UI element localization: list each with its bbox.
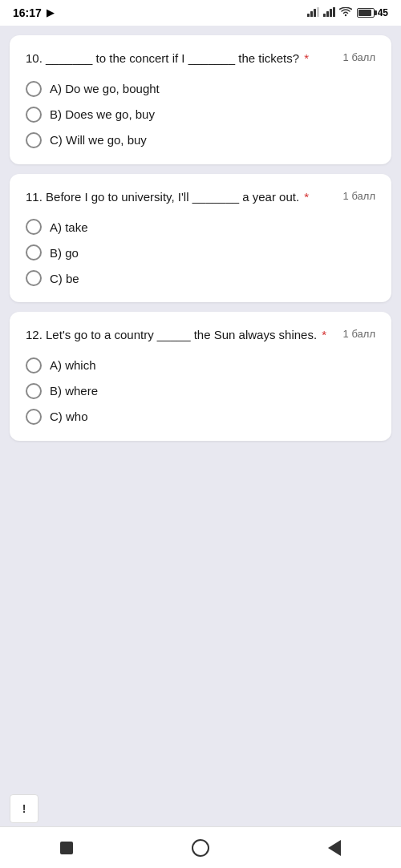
radio-10c[interactable]: [26, 132, 42, 148]
option-label-12a: A) which: [50, 358, 96, 372]
option-label-12b: B) where: [50, 384, 98, 398]
option-12b[interactable]: B) where: [26, 383, 375, 399]
question-points-10: 1 балл: [343, 51, 375, 63]
option-10b[interactable]: B) Does we go, buy: [26, 107, 375, 123]
option-label-11c: C) be: [50, 272, 79, 285]
option-11a[interactable]: A) take: [26, 219, 375, 235]
radio-10a[interactable]: [26, 81, 42, 97]
svg-rect-2: [314, 9, 316, 17]
option-12a[interactable]: A) which: [26, 357, 375, 373]
option-label-10a: A) Do we go, bought: [50, 82, 160, 95]
option-label-11a: A) take: [50, 220, 88, 234]
svg-point-8: [344, 14, 346, 15]
circle-icon: [192, 839, 209, 857]
bottom-area: !: [0, 791, 401, 826]
wifi-icon: [339, 7, 352, 19]
question-header-12: 12. Let's go to a country _____ the Sun …: [26, 326, 375, 345]
status-left: 16:17 ▶: [13, 6, 54, 19]
record-icon: ▶: [47, 7, 54, 18]
nav-square-button[interactable]: [52, 834, 81, 862]
question-card-12: 12. Let's go to a country _____ the Sun …: [10, 312, 391, 441]
radio-10b[interactable]: [26, 107, 42, 123]
question-points-12: 1 балл: [343, 328, 375, 340]
radio-11a[interactable]: [26, 219, 42, 235]
option-11b[interactable]: B) go: [26, 244, 375, 260]
option-label-11b: B) go: [50, 246, 79, 260]
battery-level: 45: [378, 7, 388, 18]
option-label-12c: C) who: [50, 410, 88, 423]
option-label-10b: B) Does we go, buy: [50, 107, 155, 121]
radio-11b[interactable]: [26, 244, 42, 260]
radio-12a[interactable]: [26, 357, 42, 373]
signal-icon-2: [323, 7, 336, 19]
radio-12c[interactable]: [26, 409, 42, 425]
question-header-11: 11. Before I go to university, I'll ____…: [26, 188, 375, 207]
svg-rect-0: [307, 14, 310, 17]
status-right: 45: [307, 7, 388, 19]
svg-rect-3: [317, 7, 319, 17]
time-display: 16:17: [13, 6, 42, 19]
back-icon: [328, 840, 341, 856]
feedback-button[interactable]: !: [10, 794, 38, 823]
required-star-12: *: [322, 328, 326, 341]
svg-rect-4: [323, 14, 326, 17]
required-star-11: *: [304, 190, 309, 204]
question-text-12: 12. Let's go to a country _____ the Sun …: [26, 326, 343, 345]
option-label-10c: C) Will we go, buy: [50, 133, 147, 147]
question-points-11: 1 балл: [343, 190, 375, 202]
svg-rect-6: [330, 9, 332, 17]
options-list-12: A) which B) where C) who: [26, 357, 375, 425]
options-list-11: A) take B) go C) be: [26, 219, 375, 286]
status-bar: 16:17 ▶: [0, 0, 401, 26]
nav-bar: [0, 826, 401, 868]
signal-icon-1: [307, 7, 320, 19]
main-content: 10. _______ to the concert if I _______ …: [0, 26, 401, 791]
required-star-10: *: [304, 51, 309, 65]
question-text-10: 10. _______ to the concert if I _______ …: [26, 50, 343, 68]
radio-12b[interactable]: [26, 383, 42, 399]
option-10a[interactable]: A) Do we go, bought: [26, 81, 375, 97]
nav-home-button[interactable]: [186, 834, 215, 862]
option-10c[interactable]: C) Will we go, buy: [26, 132, 375, 148]
question-text-11: 11. Before I go to university, I'll ____…: [26, 188, 343, 207]
option-12c[interactable]: C) who: [26, 409, 375, 425]
question-card-11: 11. Before I go to university, I'll ____…: [10, 174, 391, 303]
battery-icon: [357, 8, 375, 18]
option-11c[interactable]: C) be: [26, 270, 375, 286]
question-header-10: 10. _______ to the concert if I _______ …: [26, 50, 375, 68]
square-icon: [60, 842, 73, 854]
svg-rect-1: [310, 11, 313, 17]
options-list-10: A) Do we go, bought B) Does we go, buy C…: [26, 81, 375, 148]
svg-rect-5: [326, 11, 329, 17]
radio-11c[interactable]: [26, 270, 42, 286]
svg-rect-7: [333, 7, 335, 17]
nav-back-button[interactable]: [320, 834, 349, 862]
question-card-10: 10. _______ to the concert if I _______ …: [10, 35, 391, 164]
